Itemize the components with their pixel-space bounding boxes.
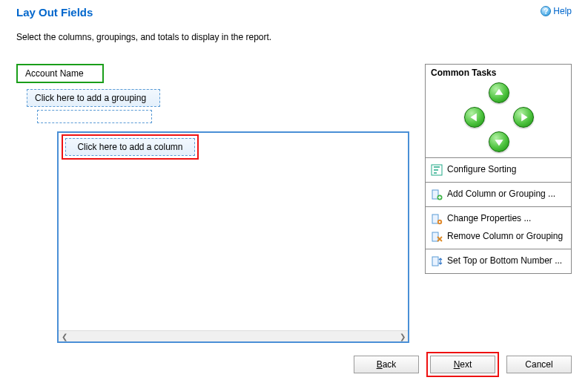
help-link[interactable]: ? Help <box>541 6 572 16</box>
wizard-button-row: Back Next Cancel <box>354 352 572 377</box>
svg-point-5 <box>439 221 440 223</box>
scroll-right-icon[interactable]: ❯ <box>397 331 408 342</box>
change-properties-label: Change Properties ... <box>447 213 531 225</box>
configure-sorting-link[interactable]: Configure Sorting <box>426 161 571 179</box>
back-button-rest: ack <box>383 359 397 370</box>
move-left-button[interactable] <box>464 107 485 128</box>
scroll-left-icon[interactable]: ❮ <box>59 331 70 342</box>
next-button[interactable]: Next <box>430 356 495 373</box>
move-up-button[interactable] <box>489 82 509 103</box>
add-column-icon <box>431 189 443 200</box>
page-title: Lay Out Fields <box>16 6 93 19</box>
layout-workspace: Account Name Click here to add a groupin… <box>16 64 413 343</box>
set-top-bottom-label: Set Top or Bottom Number ... <box>447 255 562 267</box>
next-button-rest: ext <box>460 359 472 370</box>
remove-column-grouping-link[interactable]: Remove Column or Grouping <box>426 228 571 246</box>
configure-sorting-label: Configure Sorting <box>447 164 516 176</box>
columns-canvas: Click here to add a column ❮ ❯ <box>57 131 409 343</box>
cancel-button[interactable]: Cancel <box>506 356 572 373</box>
remove-column-grouping-label: Remove Column or Grouping <box>447 231 563 243</box>
account-name-field[interactable]: Account Name <box>16 64 104 83</box>
move-arrow-pad <box>426 80 571 158</box>
arrow-down-icon <box>494 137 504 147</box>
help-label: Help <box>553 6 572 16</box>
svg-rect-7 <box>432 257 438 266</box>
sort-icon <box>431 164 443 176</box>
top-bottom-icon <box>431 255 443 267</box>
empty-grouping-slot[interactable] <box>37 110 152 123</box>
next-button-highlight: Next <box>426 352 499 377</box>
cancel-button-label: Cancel <box>525 359 552 370</box>
move-down-button[interactable] <box>489 131 509 152</box>
remove-column-icon <box>431 231 443 243</box>
add-column-grouping-link[interactable]: Add Column or Grouping ... <box>426 186 571 203</box>
properties-icon <box>431 213 443 225</box>
common-tasks-panel: Common Tasks Configure Sorting Add Colum… <box>425 64 572 274</box>
change-properties-link[interactable]: Change Properties ... <box>426 210 571 228</box>
horizontal-scrollbar[interactable]: ❮ ❯ <box>59 330 408 341</box>
arrow-left-icon <box>469 112 480 122</box>
add-column-placeholder[interactable]: Click here to add a column <box>65 138 195 156</box>
common-tasks-title: Common Tasks <box>426 65 571 80</box>
add-grouping-placeholder[interactable]: Click here to add a grouping <box>27 89 160 107</box>
svg-rect-6 <box>432 232 438 241</box>
add-column-highlight: Click here to add a column <box>62 134 199 160</box>
arrow-right-icon <box>518 112 529 122</box>
svg-rect-3 <box>432 215 438 223</box>
back-button[interactable]: Back <box>354 356 419 373</box>
arrow-up-icon <box>494 88 504 98</box>
move-right-button[interactable] <box>513 107 534 128</box>
help-icon: ? <box>541 6 551 16</box>
add-column-grouping-label: Add Column or Grouping ... <box>447 189 555 200</box>
set-top-bottom-link[interactable]: Set Top or Bottom Number ... <box>426 252 571 270</box>
instruction-text: Select the columns, groupings, and total… <box>0 19 588 50</box>
